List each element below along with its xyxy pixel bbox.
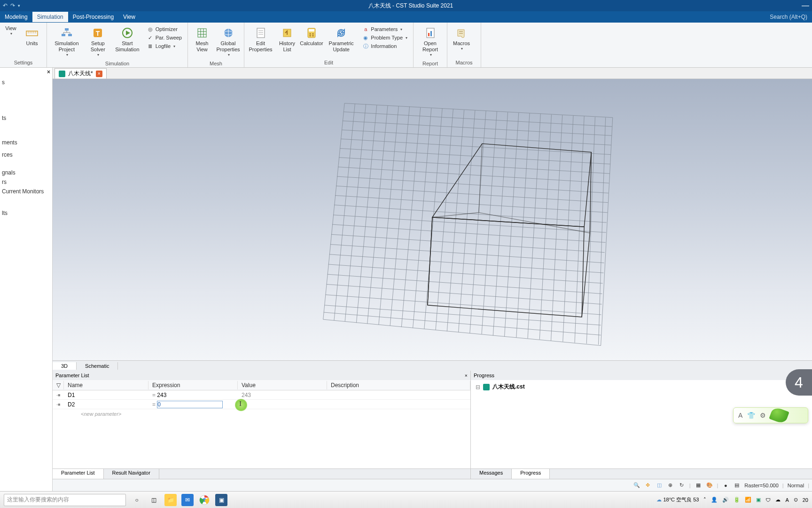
svg-point-34	[310, 35, 311, 37]
minimize-icon[interactable]: —	[802, 1, 809, 9]
tray-volume-icon[interactable]: 🔊	[722, 497, 729, 503]
progress-file-item[interactable]: ⊟ 八木天线.cst	[476, 383, 807, 391]
log-icon: ≣	[147, 43, 154, 49]
tray-shield-icon[interactable]: 🛡	[765, 497, 771, 503]
zoom-plus-icon[interactable]: ⊕	[667, 482, 674, 489]
tab-schematic[interactable]: Schematic	[77, 362, 118, 370]
tree-item[interactable]: ments	[1, 136, 51, 149]
palette-icon[interactable]: 🎨	[706, 482, 713, 489]
tab-parameter-list[interactable]: Parameter List	[53, 469, 104, 479]
svg-rect-6	[65, 28, 69, 31]
tray-app-icon[interactable]: ▣	[756, 497, 761, 503]
weather-widget[interactable]: ☁ 18°C 空气良 53	[656, 496, 699, 503]
window-title: 八木天线 - CST Studio Suite 2021	[31, 2, 790, 10]
settings-icon: ⚙	[760, 412, 766, 419]
title-bar: ↶ ↷ ▾ 八木天线 - CST Studio Suite 2021 —	[0, 0, 812, 11]
filter-icon[interactable]: ▽	[53, 381, 64, 389]
menu-simulation[interactable]: Simulation	[32, 12, 68, 22]
nav-icon[interactable]: ✥	[644, 482, 652, 489]
tree-item[interactable]: gnals	[1, 167, 51, 179]
parametric-update-button[interactable]: Parametric Update	[325, 24, 358, 54]
notification-badge[interactable]: 4	[786, 369, 812, 396]
menu-view[interactable]: View	[118, 12, 140, 22]
chrome-icon[interactable]	[198, 494, 211, 506]
tray-wifi-icon[interactable]: 📶	[745, 497, 751, 503]
parameters-button[interactable]: aParameters	[361, 25, 408, 33]
tab-result-navigator[interactable]: Result Navigator	[104, 469, 159, 479]
units-button[interactable]: Units	[21, 24, 43, 48]
menu-bar: Modeling Simulation Post-Processing View…	[0, 11, 812, 23]
table-row[interactable]: -■ D1 = 243 243	[53, 390, 470, 400]
start-simulation-button[interactable]: Start Simulation	[112, 24, 142, 54]
cortana-icon[interactable]: ○	[131, 494, 143, 506]
tree-item[interactable]: ts	[1, 112, 51, 124]
setup-solver-button[interactable]: T Setup Solver	[86, 24, 110, 58]
tab-progress[interactable]: Progress	[512, 469, 550, 479]
column-description[interactable]: Description	[327, 381, 470, 389]
tray-cloud-icon[interactable]: ☁	[775, 497, 781, 503]
tray-battery-icon[interactable]: 🔋	[734, 497, 740, 503]
tray-ime-icon[interactable]: A	[785, 497, 789, 503]
ime-toolbar[interactable]: A 👕 ⚙	[733, 407, 808, 423]
rotate-icon[interactable]: ↻	[678, 482, 686, 489]
view-dropdown[interactable]: View	[3, 24, 19, 37]
app-icon[interactable]: ▣	[215, 494, 227, 506]
tree-item[interactable]: Current Monitors	[1, 188, 51, 198]
column-value[interactable]: Value	[238, 381, 327, 389]
3d-viewport[interactable]	[53, 79, 812, 360]
parameter-list-panel: Parameter List× ▽ Name Expression Value …	[53, 371, 471, 479]
new-parameter-row[interactable]: <new parameter>	[53, 409, 470, 419]
simulation-project-button[interactable]: Simulation Project	[50, 24, 84, 58]
menu-postprocessing[interactable]: Post-Processing	[68, 12, 118, 22]
information-button[interactable]: ⓘInformation	[361, 42, 408, 50]
tab-messages[interactable]: Messages	[471, 469, 512, 479]
close-icon[interactable]: ×	[47, 69, 50, 75]
undo-icon[interactable]: ↶	[3, 2, 8, 9]
macros-button[interactable]: Macros	[450, 24, 473, 52]
global-properties-button[interactable]: Global Properties	[215, 24, 241, 58]
tray-people-icon[interactable]: 👤	[711, 497, 718, 503]
explorer-icon[interactable]: 📁	[164, 494, 177, 506]
close-icon[interactable]: ×	[465, 373, 468, 378]
document-tab[interactable]: 八木天线* ×	[55, 68, 107, 79]
tab-3d[interactable]: 3D	[53, 362, 77, 370]
zoom-icon[interactable]: 🔍	[633, 482, 640, 489]
tree-item[interactable]: lts	[1, 207, 51, 219]
cube-icon[interactable]: ◫	[656, 482, 663, 489]
redo-icon[interactable]: ↷	[10, 2, 15, 9]
open-report-button[interactable]: Open Report	[416, 24, 444, 58]
tree-item[interactable]: rs	[1, 179, 51, 188]
column-name[interactable]: Name	[64, 381, 148, 389]
tree-item[interactable]: rces	[1, 149, 51, 161]
play-icon	[121, 26, 134, 40]
tree-item[interactable]: s	[1, 76, 51, 88]
optimizer-button[interactable]: ◎Optimizer	[146, 25, 183, 33]
qat-more-icon[interactable]: ▾	[18, 3, 20, 8]
dot-icon[interactable]: ●	[722, 482, 729, 489]
group-edit-label: Edit	[244, 59, 413, 67]
group-settings-label: Settings	[0, 59, 47, 67]
tab-close-icon[interactable]: ×	[96, 71, 102, 77]
mesh-view-button[interactable]: Mesh View	[191, 24, 213, 54]
mail-icon[interactable]: ✉	[181, 494, 194, 506]
taskbar-search[interactable]: 这里输入你要搜索的内容	[4, 494, 126, 506]
par-sweep-button[interactable]: ✓Par. Sweep	[146, 34, 183, 41]
grid-icon[interactable]: ▦	[695, 482, 702, 489]
tray-up-icon[interactable]: ˄	[703, 497, 706, 503]
history-list-button[interactable]: History List	[276, 24, 298, 54]
edit-properties-button[interactable]: Edit Properties	[247, 24, 274, 54]
tray-extra-icon[interactable]: ⊙	[794, 497, 798, 503]
ribbon-search[interactable]: Search (Alt+Q)	[765, 12, 812, 22]
page-icon	[254, 26, 267, 40]
taskview-icon[interactable]: ◫	[148, 494, 160, 506]
expression-input[interactable]	[157, 401, 223, 408]
calculator-button[interactable]: Calculator	[300, 24, 323, 48]
tray-time[interactable]: 20	[803, 497, 808, 503]
problem-type-button[interactable]: ◉Problem Type	[361, 34, 408, 41]
table-row[interactable]: -■ D2 = 0	[53, 400, 470, 409]
column-expression[interactable]: Expression	[148, 381, 238, 389]
parameter-table-header: ▽ Name Expression Value Description	[53, 380, 470, 390]
menu-modeling[interactable]: Modeling	[0, 12, 32, 22]
logfile-button[interactable]: ≣Logfile	[146, 42, 183, 50]
layer-icon[interactable]: ▤	[733, 482, 741, 489]
